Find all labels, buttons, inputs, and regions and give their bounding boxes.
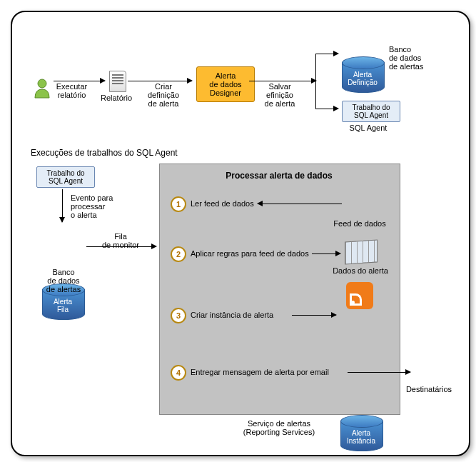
label-salvar: Salvar efinição de alerta bbox=[259, 82, 300, 108]
step-num-2: 2 bbox=[171, 246, 186, 262]
label-relatorio: Relatório bbox=[94, 94, 138, 102]
arrow bbox=[315, 54, 338, 54]
db-definition: Alerta Definição bbox=[342, 56, 383, 92]
report-icon bbox=[109, 71, 126, 92]
step3-label: Criar instância de alerta bbox=[191, 311, 273, 319]
panel-title: Processar alerta de dados bbox=[159, 171, 399, 181]
label-fila: Fila de monitor bbox=[99, 232, 142, 249]
designer-box: Alerta de dados Designer bbox=[196, 66, 255, 102]
arrow bbox=[128, 81, 192, 81]
label-evento: Evento para processar o alerta bbox=[71, 194, 121, 219]
arrow bbox=[312, 253, 340, 254]
step-num-1: 1 bbox=[171, 196, 186, 212]
sql-job-box-left: Trabalho do SQL Agent bbox=[36, 166, 95, 188]
step-num-4: 4 bbox=[171, 365, 186, 381]
db-def-label: Alerta Definição bbox=[342, 71, 383, 86]
label-sql-agent: SQL Agent bbox=[343, 124, 393, 132]
step1-label: Ler feed de dados bbox=[191, 199, 254, 208]
rss-icon bbox=[346, 282, 373, 309]
arrow bbox=[54, 81, 105, 81]
grid-icon bbox=[345, 239, 378, 264]
step2-label: Aplicar regras para feed de dados bbox=[191, 249, 309, 258]
user-icon bbox=[32, 78, 52, 101]
label-db-fila-below: Banco de dados de alertas bbox=[36, 268, 91, 293]
arrow bbox=[249, 81, 316, 81]
svg-point-0 bbox=[38, 79, 46, 88]
footer-label: Serviço de alertas (Reporting Services) bbox=[159, 419, 399, 436]
step4-label: Entregar mensagem de alerta por email bbox=[191, 368, 329, 376]
arrow bbox=[292, 315, 336, 316]
label-feed: Feed de dados bbox=[328, 219, 392, 228]
branch-line bbox=[315, 54, 316, 109]
label-executar: Executar relatório bbox=[52, 82, 91, 99]
db-fila-label: Alerta Fila bbox=[42, 298, 83, 313]
label-criar: Criar definição de alerta bbox=[142, 82, 185, 108]
arrow bbox=[62, 189, 63, 222]
arrow bbox=[348, 372, 410, 373]
label-dados: Dados do alerta bbox=[326, 266, 395, 275]
label-db-def-side: Banco de dados de alertas bbox=[389, 45, 432, 71]
arrow bbox=[315, 109, 338, 109]
sql-job-box-top: Trabalho do SQL Agent bbox=[342, 101, 400, 122]
label-dest: Destinatários bbox=[400, 385, 457, 393]
step-num-3: 3 bbox=[171, 308, 186, 323]
section-title: Execuções de trabalhos do SQL Agent bbox=[31, 148, 178, 158]
arrow bbox=[258, 204, 342, 204]
